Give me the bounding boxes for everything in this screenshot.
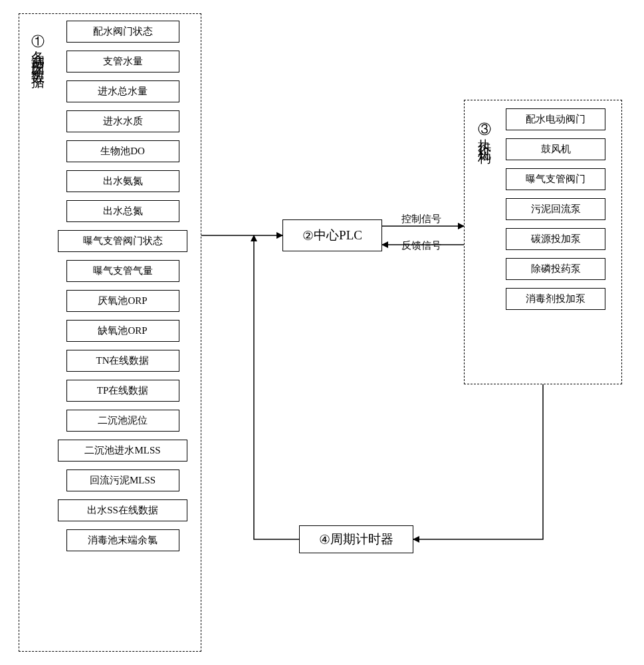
factor-item: 进水水质 [66,110,179,132]
factor-item: 曝气支管阀门状态 [58,230,187,252]
factor-item: 配水阀门状态 [66,21,179,43]
actuator-item: 曝气支管阀门 [506,168,605,190]
actuator-item: 碳源投加泵 [506,228,605,250]
factor-item: 出水总氮 [66,200,179,222]
factor-item: 进水总水量 [66,80,179,102]
factor-item: 二沉池进水MLSS [58,440,187,462]
diagram-canvas: ①各调控因子数据 配水阀门状态 支管水量 进水总水量 进水水质 生物池DO 出水… [13,13,631,652]
panel-regulating-factors: ①各调控因子数据 配水阀门状态 支管水量 进水总水量 进水水质 生物池DO 出水… [19,13,201,652]
factor-item: 曝气支管气量 [66,260,179,282]
factor-item: 出水SS在线数据 [58,499,187,521]
panel1-items: 配水阀门状态 支管水量 进水总水量 进水水质 生物池DO 出水氨氮 出水总氮 曝… [53,21,193,559]
factor-item: 缺氧池ORP [66,320,179,342]
factor-item: 回流污泥MLSS [66,469,179,491]
factor-item: 厌氧池ORP [66,290,179,312]
panel3-circled: ③ [477,111,492,128]
actuator-item: 污泥回流泵 [506,198,605,220]
center-plc-box: ②中心PLC [282,219,382,251]
factor-item: 生物池DO [66,140,179,162]
factor-item: 支管水量 [66,51,179,72]
actuator-item: 除磷投药泵 [506,258,605,280]
cycle-timer-box: ④周期计时器 [299,525,413,553]
factor-item: TN在线数据 [66,350,179,372]
arrow-actuators-to-timer [413,384,543,539]
factor-item: 消毒池末端余氯 [66,529,179,551]
arrow-timer-to-plc-feedback [254,235,299,539]
panel1-title-text: 各调控因子数据 [31,41,45,68]
plc-label: 中心PLC [314,227,362,244]
actuator-item: 配水电动阀门 [506,108,605,130]
actuator-item: 消毒剂投加泵 [506,288,605,310]
factor-item: 二沉池泥位 [66,410,179,432]
panel3-items: 配水电动阀门 鼓风机 曝气支管阀门 污泥回流泵 碳源投加泵 除磷投药泵 消毒剂投… [499,108,612,318]
panel-actuators: ③执行机构 配水电动阀门 鼓风机 曝气支管阀门 污泥回流泵 碳源投加泵 除磷投药… [464,100,622,384]
timer-label: 周期计时器 [330,531,393,548]
plc-circled: ② [302,228,314,243]
factor-item: 出水氨氮 [66,170,179,192]
edge-label-feedback: 反馈信号 [400,239,443,252]
panel3-title: ③执行机构 [474,108,492,318]
factor-item: TP在线数据 [66,380,179,402]
panel1-title: ①各调控因子数据 [27,21,46,559]
timer-circled: ④ [319,532,330,547]
panel1-circled: ① [31,23,45,41]
panel3-title-text: 执行机构 [477,128,492,144]
actuator-item: 鼓风机 [506,138,605,160]
edge-label-control: 控制信号 [400,213,443,225]
